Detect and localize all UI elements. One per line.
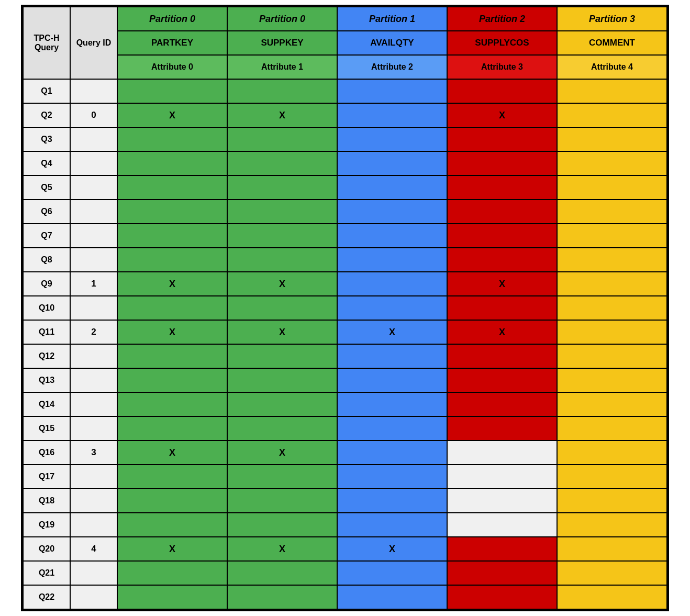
table-row: Q19	[23, 513, 667, 537]
cell-p0a	[117, 513, 227, 537]
cell-p0a	[117, 465, 227, 489]
query-id-header: Query ID	[70, 7, 117, 79]
query-id-cell	[70, 79, 117, 103]
table-row: Q4	[23, 151, 667, 175]
table-row: Q8	[23, 248, 667, 272]
cell-p2	[447, 79, 557, 103]
cell-p2	[447, 368, 557, 392]
cell-p0a	[117, 224, 227, 248]
query-label: Q13	[23, 368, 70, 392]
query-id-cell	[70, 368, 117, 392]
cell-p0a	[117, 585, 227, 609]
cell-p3	[557, 200, 667, 224]
cell-p0b	[227, 151, 337, 175]
query-id-cell	[70, 585, 117, 609]
query-id-cell: 1	[70, 272, 117, 296]
cell-p1	[337, 585, 447, 609]
cell-p2	[447, 465, 557, 489]
cell-p0a	[117, 296, 227, 320]
cell-p2	[447, 489, 557, 513]
suppkey-header: SUPPKEY	[227, 31, 337, 55]
cell-p3	[557, 368, 667, 392]
query-id-cell	[70, 200, 117, 224]
cell-p3	[557, 585, 667, 609]
cell-p2	[447, 200, 557, 224]
attr0-header: Attribute 0	[117, 55, 227, 79]
cell-p0b	[227, 489, 337, 513]
cell-p2	[447, 585, 557, 609]
query-id-cell	[70, 151, 117, 175]
cell-p2	[447, 344, 557, 368]
cell-p2	[447, 224, 557, 248]
attr3-header: Attribute 3	[447, 55, 557, 79]
cell-p0b	[227, 585, 337, 609]
table-row: Q22	[23, 585, 667, 609]
query-label: Q11	[23, 320, 70, 344]
cell-p2	[447, 561, 557, 585]
table-row: Q204XXX	[23, 537, 667, 561]
cell-p1	[337, 513, 447, 537]
cell-p0a	[117, 344, 227, 368]
cell-p2	[447, 175, 557, 200]
cell-p0b	[227, 127, 337, 151]
table-row: Q91XXX	[23, 272, 667, 296]
cell-p0b	[227, 416, 337, 441]
cell-p2	[447, 296, 557, 320]
cell-p0b	[227, 175, 337, 200]
table-row: Q5	[23, 175, 667, 200]
cell-p0b	[227, 344, 337, 368]
cell-p0a	[117, 489, 227, 513]
query-label: Q3	[23, 127, 70, 151]
cell-p3	[557, 513, 667, 537]
cell-p0a	[117, 561, 227, 585]
cell-p3	[557, 272, 667, 296]
cell-p0a: X	[117, 103, 227, 127]
cell-p0b	[227, 368, 337, 392]
cell-p1	[337, 489, 447, 513]
cell-p0a	[117, 368, 227, 392]
cell-p3	[557, 151, 667, 175]
cell-p0b	[227, 79, 337, 103]
cell-p3	[557, 537, 667, 561]
cell-p3	[557, 127, 667, 151]
cell-p1	[337, 416, 447, 441]
query-id-cell: 4	[70, 537, 117, 561]
table-row: Q1	[23, 79, 667, 103]
cell-p3	[557, 103, 667, 127]
query-id-cell	[70, 127, 117, 151]
cell-p3	[557, 489, 667, 513]
cell-p1	[337, 103, 447, 127]
cell-p0a	[117, 79, 227, 103]
cell-p2	[447, 248, 557, 272]
table-body: Q1Q20XXXQ3Q4Q5Q6Q7Q8Q91XXXQ10Q112XXXXQ12…	[23, 79, 667, 609]
partition-3-header: Partition 3	[557, 7, 667, 31]
availqty-header: AVAILQTY	[337, 31, 447, 55]
cell-p0a: X	[117, 320, 227, 344]
cell-p0b: X	[227, 441, 337, 465]
query-id-cell	[70, 224, 117, 248]
query-label: Q18	[23, 489, 70, 513]
attr4-header: Attribute 4	[557, 55, 667, 79]
cell-p0b	[227, 224, 337, 248]
main-table-wrapper: TPC-H Query Query ID Partition 0 Partiti…	[21, 5, 669, 611]
cell-p0a: X	[117, 537, 227, 561]
cell-p1	[337, 175, 447, 200]
query-id-cell: 0	[70, 103, 117, 127]
cell-p3	[557, 561, 667, 585]
query-label: Q16	[23, 441, 70, 465]
cell-p2	[447, 537, 557, 561]
cell-p0a: X	[117, 272, 227, 296]
cell-p1	[337, 561, 447, 585]
tpch-query-header: TPC-H Query	[23, 7, 70, 79]
query-label: Q14	[23, 392, 70, 416]
cell-p3	[557, 392, 667, 416]
partition-0a-header: Partition 0	[117, 7, 227, 31]
cell-p3	[557, 175, 667, 200]
cell-p0b	[227, 248, 337, 272]
cell-p0b: X	[227, 537, 337, 561]
supplycos-header: SUPPLYCOS	[447, 31, 557, 55]
cell-p0b	[227, 296, 337, 320]
query-label: Q20	[23, 537, 70, 561]
cell-p0b	[227, 561, 337, 585]
cell-p0b: X	[227, 320, 337, 344]
